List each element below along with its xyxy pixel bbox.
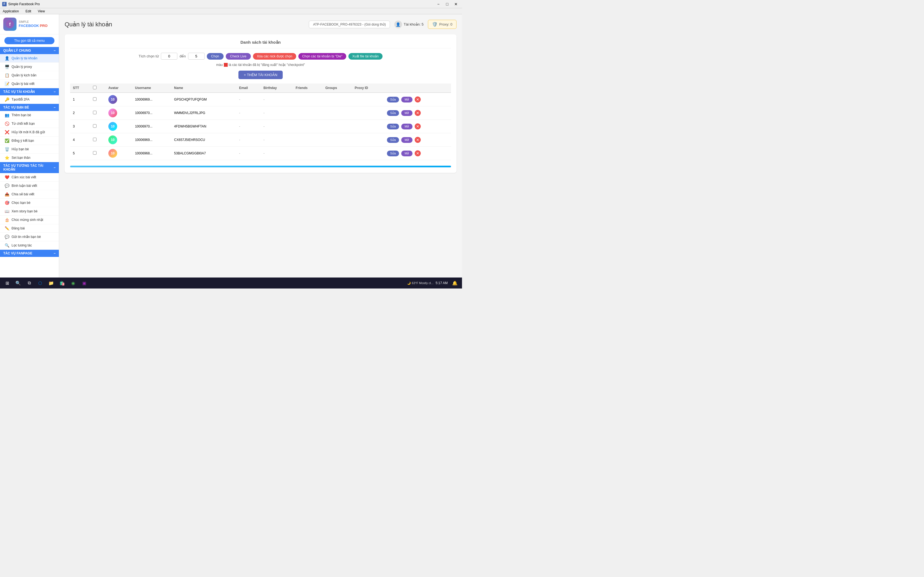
app-taskbar-button[interactable]: ▣ xyxy=(79,278,89,288)
sidebar-item-quan-ly-proxy[interactable]: 🖥️ Quản lý proxy xyxy=(0,63,59,71)
row-checkbox[interactable] xyxy=(93,151,97,155)
sidebar-item-choc-ban-be[interactable]: 🎯 Chọc bạn bè xyxy=(0,199,59,207)
row-checkbox[interactable] xyxy=(93,97,97,101)
section-tac-vu-tai-khoan[interactable]: TÁC VỤ TÀI KHOẢN − xyxy=(0,88,59,95)
sidebar-item-dong-y-ket-ban[interactable]: ✅ Đồng ý kết bạn xyxy=(0,137,59,145)
sidebar-item-tu-choi-ket-ban[interactable]: 🚫 Từ chối kết bạn xyxy=(0,119,59,128)
cell-groups xyxy=(323,147,352,160)
collapse-menu-button[interactable]: Thu gọn tất cả menu xyxy=(5,37,55,44)
sidebar-item-chuc-mung-sinh-nhat[interactable]: 🎂 Chúc mừng sinh nhật xyxy=(0,216,59,224)
search-taskbar-button[interactable]: 🔍 xyxy=(13,278,23,288)
taskview-button[interactable]: ⧉ xyxy=(24,278,34,288)
sidebar-item-loc-tuong-tac[interactable]: 🔍 Lọc tương tác xyxy=(0,241,59,250)
account-count: Tài khoản: 5 xyxy=(404,22,423,26)
cell-email: - xyxy=(236,147,261,160)
add-account-button[interactable]: + THÊM TÀI KHOẢN xyxy=(238,71,283,79)
menu-edit[interactable]: Edit xyxy=(24,9,33,14)
sidebar-item-them-ban-be[interactable]: 👥 Thêm bạn bè xyxy=(0,111,59,119)
sidebar: f SIMPLE FACEBOOK PRO Thu gọn tất cả men… xyxy=(0,14,59,288)
titlebar-left: F Simple Facebook Pro xyxy=(2,2,40,6)
cell-checkbox[interactable] xyxy=(90,147,106,160)
cell-groups xyxy=(323,120,352,133)
cell-email: - xyxy=(236,106,261,120)
select-die-button[interactable]: Chọn các tài khoản bị "Die" xyxy=(298,53,346,60)
section-tac-vu-ban-be[interactable]: TÁC VỤ BẠN BÈ − xyxy=(0,104,59,111)
edit-button[interactable]: Sửa xyxy=(387,110,399,116)
section-tuong-tac[interactable]: TÁC VỤ TƯƠNG TÁC TÀI KHOẢN − xyxy=(0,162,59,173)
reaction-icon: ❤️ xyxy=(5,175,9,179)
minimize-button[interactable]: − xyxy=(435,2,442,7)
sidebar-item-dang-bai[interactable]: ✏️ Đăng bài xyxy=(0,224,59,233)
user-icon: 👤 xyxy=(5,56,9,60)
open-button[interactable]: Mở xyxy=(401,124,412,129)
sidebar-item-2fa[interactable]: 🔑 Tạo/đổi 2FA xyxy=(0,95,59,104)
cell-actions: Sửa Mở ✕ xyxy=(384,106,451,120)
choose-button[interactable]: Chọn xyxy=(207,53,224,60)
open-button[interactable]: Mở xyxy=(401,97,412,103)
filter-from-input[interactable] xyxy=(161,53,178,60)
row-checkbox[interactable] xyxy=(93,111,97,114)
remove-button[interactable]: ✕ xyxy=(415,137,421,143)
sidebar-item-set-ban-than[interactable]: ⭐ Set bạn thân xyxy=(0,153,59,162)
sidebar-item-huy-ban-be[interactable]: 🗑️ Hủy bạn bè xyxy=(0,145,59,153)
section-quan-ly-chung[interactable]: QUẢN LÝ CHUNG − xyxy=(0,47,59,54)
store-button[interactable]: 🛍️ xyxy=(57,278,67,288)
section-fanpage[interactable]: TÁC VỤ FANPAGE − xyxy=(0,250,59,257)
weather-icon: 🌙 xyxy=(407,281,411,285)
open-button[interactable]: Mở xyxy=(401,137,412,143)
maximize-button[interactable]: □ xyxy=(443,2,451,7)
menu-application[interactable]: Application xyxy=(1,9,21,14)
cell-checkbox[interactable] xyxy=(90,133,106,147)
cell-checkbox[interactable] xyxy=(90,106,106,120)
sidebar-item-huy-loi-moi[interactable]: ❌ Hủy lời mời K.B đã gửi xyxy=(0,128,59,137)
cell-birthday: - xyxy=(261,106,293,120)
sidebar-item-quan-ly-tai-khoan[interactable]: 👤 Quản lý tài khoản xyxy=(0,54,59,63)
delete-selected-button[interactable]: Xóa các nick được chọn xyxy=(253,53,296,60)
open-button[interactable]: Mở xyxy=(401,110,412,116)
cell-checkbox[interactable] xyxy=(90,120,106,133)
filter-to-label: đến xyxy=(179,54,186,58)
export-button[interactable]: Xuất file tài khoản xyxy=(349,53,383,60)
cell-checkbox[interactable] xyxy=(90,93,106,106)
col-name: Name xyxy=(171,84,236,93)
story-icon: 📖 xyxy=(5,209,9,213)
edit-button[interactable]: Sửa xyxy=(387,151,399,156)
remove-button[interactable]: ✕ xyxy=(415,150,421,156)
sidebar-item-quan-ly-bai-viet[interactable]: 📝 Quản lý bài viết xyxy=(0,80,59,88)
sidebar-item-cam-xuc[interactable]: ❤️ Cảm xúc bài viết xyxy=(0,173,59,182)
sidebar-item-chia-se[interactable]: 📤 Chia sẻ bài viết xyxy=(0,190,59,199)
open-button[interactable]: Mở xyxy=(401,151,412,156)
sidebar-item-quan-ly-kich-ban[interactable]: 📋 Quản lý kịch bản xyxy=(0,71,59,80)
close-button[interactable]: ✕ xyxy=(452,2,460,7)
row-checkbox[interactable] xyxy=(93,124,97,128)
filter-icon: 🔍 xyxy=(5,243,9,248)
comment-icon: 💬 xyxy=(5,184,9,188)
edit-button[interactable]: Sửa xyxy=(387,124,399,129)
sidebar-item-gui-tin-nhan[interactable]: 💬 Gửi tin nhắn bạn bè xyxy=(0,233,59,241)
menu-view[interactable]: View xyxy=(36,9,47,14)
check-live-button[interactable]: Check Live xyxy=(226,53,251,60)
sidebar-item-xem-story[interactable]: 📖 Xem story bạn bè xyxy=(0,207,59,216)
edit-button[interactable]: Sửa xyxy=(387,97,399,103)
proxy-icon: 🖥️ xyxy=(5,64,9,69)
start-button[interactable]: ⊞ xyxy=(2,278,12,288)
notification-button[interactable]: 🔔 xyxy=(450,278,460,288)
cell-birthday: - xyxy=(261,120,293,133)
row-checkbox[interactable] xyxy=(93,138,97,141)
select-all-checkbox[interactable] xyxy=(93,86,97,89)
weather-text: 63°F Mostly cl... xyxy=(412,281,433,285)
col-checkbox xyxy=(90,84,106,93)
remove-button[interactable]: ✕ xyxy=(415,110,421,116)
edge-button[interactable]: ⬡ xyxy=(35,278,45,288)
col-friends: Friends xyxy=(293,84,323,93)
sidebar-item-binh-luan[interactable]: 💬 Bình luận bài viết xyxy=(0,182,59,190)
edit-button[interactable]: Sửa xyxy=(387,137,399,143)
chrome-button[interactable]: ◉ xyxy=(68,278,78,288)
cell-stt: 2 xyxy=(70,106,90,120)
remove-button[interactable]: ✕ xyxy=(415,123,421,129)
remove-button[interactable]: ✕ xyxy=(415,97,421,103)
filter-to-input[interactable] xyxy=(188,53,205,60)
table-row: 4 10 10006969... CX657J5IEHRSOCU - - Sửa… xyxy=(70,133,451,147)
files-button[interactable]: 📁 xyxy=(46,278,56,288)
share-icon: 📤 xyxy=(5,192,9,197)
